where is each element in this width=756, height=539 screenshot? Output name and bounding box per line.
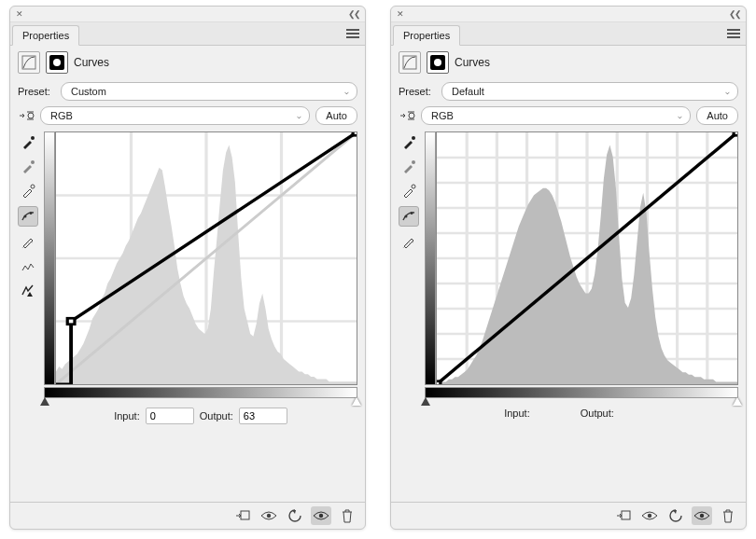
clip-to-layer-icon[interactable] [613, 506, 634, 525]
output-label: Output: [581, 408, 614, 419]
input-label: Input: [114, 410, 140, 422]
tab-properties[interactable]: Properties [393, 25, 460, 46]
white-point-eyedropper-icon[interactable] [399, 182, 418, 200]
svg-point-5 [24, 215, 27, 218]
gray-point-eyedropper-icon[interactable] [19, 158, 37, 176]
preset-label: Preset: [399, 86, 436, 97]
black-point-eyedropper-icon[interactable] [399, 133, 418, 152]
channel-select[interactable]: RGB ⌵ [40, 106, 310, 125]
svg-point-17 [267, 514, 271, 518]
delete-icon[interactable] [718, 506, 738, 525]
output-label: Output: [200, 410, 233, 422]
input-gradient-ramp[interactable] [425, 387, 738, 398]
svg-rect-15 [353, 132, 357, 135]
chevron-down-icon: ⌵ [297, 112, 301, 120]
svg-point-22 [412, 160, 415, 164]
channel-value: RGB [431, 110, 454, 121]
curves-graph[interactable] [55, 131, 357, 385]
previous-state-icon[interactable] [285, 506, 305, 525]
targeted-adjustment-icon[interactable] [18, 106, 36, 125]
svg-point-24 [405, 215, 408, 218]
draw-curve-pencil-icon[interactable] [19, 232, 37, 251]
svg-rect-44 [437, 381, 441, 384]
curve-point-tool-icon[interactable] [399, 206, 419, 227]
white-point-eyedropper-icon[interactable] [19, 182, 37, 200]
chevron-down-icon: ⌵ [725, 88, 730, 96]
svg-point-2 [31, 136, 35, 140]
input-label: Input: [504, 408, 530, 419]
auto-button[interactable]: Auto [696, 106, 738, 125]
black-point-eyedropper-icon[interactable] [19, 133, 37, 152]
svg-point-3 [31, 160, 35, 164]
svg-point-1 [28, 113, 34, 118]
layer-mask-icon[interactable] [427, 51, 449, 74]
svg-point-20 [409, 113, 414, 118]
svg-point-25 [411, 212, 413, 214]
toggle-visibility-icon[interactable] [639, 506, 660, 525]
svg-rect-14 [67, 318, 75, 324]
layer-mask-icon[interactable] [46, 51, 68, 74]
svg-point-6 [30, 212, 33, 214]
smooth-curve-icon[interactable] [19, 256, 37, 275]
panel-menu-icon[interactable] [346, 27, 359, 40]
toggle-visibility-icon[interactable] [259, 506, 279, 525]
clip-to-layer-icon[interactable] [232, 506, 253, 525]
curve-point-tool-icon[interactable] [18, 206, 38, 227]
panel-menu-icon[interactable] [727, 27, 740, 40]
output-field[interactable] [239, 408, 287, 424]
white-point-slider[interactable] [352, 397, 361, 407]
svg-rect-19 [403, 56, 416, 69]
output-gradient-ramp [44, 131, 55, 385]
preset-select[interactable]: Default ⌵ [441, 82, 738, 101]
collapse-icon[interactable]: ❮❮ [729, 9, 740, 19]
svg-point-48 [700, 514, 704, 518]
collapse-icon[interactable]: ❮❮ [348, 9, 359, 19]
auto-button[interactable]: Auto [315, 106, 357, 125]
adjustment-title: Curves [455, 56, 490, 69]
output-gradient-ramp [425, 131, 436, 385]
reset-icon[interactable] [311, 506, 331, 525]
svg-rect-0 [22, 56, 35, 69]
white-point-slider[interactable] [733, 397, 742, 407]
previous-state-icon[interactable] [665, 506, 686, 525]
svg-point-18 [319, 514, 323, 518]
svg-rect-46 [622, 511, 630, 519]
tab-properties[interactable]: Properties [12, 25, 79, 46]
gray-point-eyedropper-icon[interactable] [399, 158, 418, 176]
chevron-down-icon: ⌵ [678, 112, 682, 120]
adjustment-title: Curves [74, 56, 109, 69]
clip-warning-icon[interactable] [19, 281, 37, 299]
input-field[interactable] [146, 408, 194, 424]
delete-icon[interactable] [337, 506, 357, 525]
preset-value: Default [452, 86, 484, 97]
preset-value: Custom [71, 86, 106, 97]
chevron-down-icon: ⌵ [344, 88, 349, 96]
curves-graph[interactable] [436, 131, 738, 385]
close-icon[interactable]: ✕ [16, 9, 23, 19]
svg-point-4 [31, 185, 35, 188]
channel-select[interactable]: RGB ⌵ [421, 106, 691, 125]
adjustment-type-icon[interactable] [399, 51, 421, 74]
svg-point-47 [648, 514, 651, 518]
targeted-adjustment-icon[interactable] [399, 106, 417, 125]
svg-rect-16 [241, 511, 249, 519]
preset-label: Preset: [18, 86, 55, 97]
adjustment-type-icon[interactable] [18, 51, 40, 74]
close-icon[interactable]: ✕ [397, 9, 404, 19]
black-point-slider[interactable] [40, 397, 49, 407]
preset-select[interactable]: Custom ⌵ [61, 82, 357, 101]
black-point-slider[interactable] [421, 397, 430, 407]
draw-curve-pencil-icon[interactable] [399, 232, 418, 251]
reset-icon[interactable] [692, 506, 712, 525]
svg-rect-45 [734, 132, 737, 135]
svg-point-23 [412, 185, 415, 188]
input-gradient-ramp[interactable] [44, 387, 357, 398]
svg-point-21 [412, 136, 415, 140]
channel-value: RGB [50, 110, 73, 121]
